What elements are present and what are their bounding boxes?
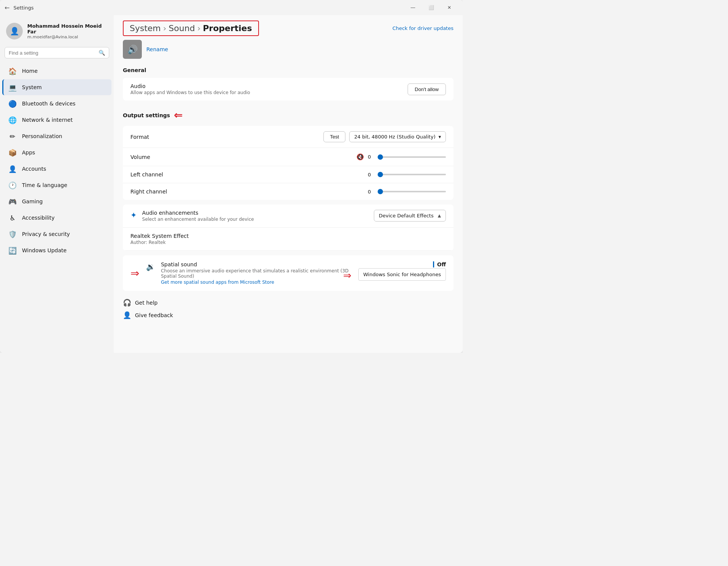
spatial-dropdown-area: Off ⇒ Windows Sonic for Headphones [358,261,446,281]
check-driver-link[interactable]: Check for driver updates [392,25,453,31]
title-bar-left: ← Settings [5,4,34,11]
audio-row: Audio Allow apps and Windows to use this… [123,78,453,101]
test-button[interactable]: Test [323,131,345,142]
sidebar: 👤 Mohammad Hossein Moeid Far m.moeidfar@… [0,15,114,353]
right-channel-row: Right channel 0 [123,183,453,200]
left-channel-thumb[interactable] [378,172,383,177]
spatial-content: Spatial sound Choose an immersive audio … [161,261,353,285]
output-label-text: Output settings [123,112,170,118]
speaker-icon: 🔊 [127,45,138,54]
right-channel-thumb[interactable] [378,189,383,194]
general-card: Audio Allow apps and Windows to use this… [123,78,453,101]
sidebar-item-privacy[interactable]: 🛡️ Privacy & security [2,226,111,242]
volume-value: 0 [368,154,374,160]
enhancement-dropdown-value: Device Default Effects [379,213,433,219]
breadcrumb-sep-2: › [197,24,201,33]
volume-row-left: Volume [130,154,356,160]
format-controls: Test 24 bit, 48000 Hz (Studio Quality) ▾ [323,131,446,142]
volume-controls: 🔇 0 [356,153,446,160]
left-channel-slider[interactable] [378,174,446,175]
chevron-up-icon: ▲ [438,213,441,218]
breadcrumb-area: System › Sound › Properties Check for dr… [114,15,463,40]
update-icon: 🔄 [8,246,17,255]
system-icon: 💻 [8,83,17,91]
sidebar-item-system-label: System [22,84,42,90]
breadcrumb-sep-1: › [163,24,166,33]
avatar: 👤 [6,23,23,39]
right-channel-controls: 0 [368,189,446,195]
sidebar-item-update-label: Windows Update [22,247,67,253]
volume-row: Volume 🔇 0 [123,148,453,166]
sidebar-item-bluetooth-label: Bluetooth & devices [22,101,75,107]
sidebar-item-personalization[interactable]: ✏️ Personalization [2,128,111,144]
maximize-button[interactable]: ⬜ [422,2,440,14]
sidebar-item-system[interactable]: 💻 System [2,79,111,95]
spatial-arrow-annotation: ⇒ [130,267,139,280]
dont-allow-button[interactable]: Don't allow [408,83,446,95]
user-info: Mohammad Hossein Moeid Far m.moeidfar@Av… [27,23,108,39]
left-channel-left: Left channel [130,171,368,178]
volume-slider[interactable] [378,156,446,158]
search-icon: 🔍 [99,50,105,56]
user-email: m.moeidfar@Avina.local [27,35,108,39]
spatial-row: ⇒ 🔉 Spatial sound Choose an immersive au… [123,255,453,291]
left-channel-title: Left channel [130,171,368,178]
sidebar-item-accounts[interactable]: 👤 Accounts [2,161,111,177]
format-title: Format [130,134,323,140]
realtek-row: Realtek System Effect Author: Realtek [123,228,453,251]
sidebar-item-accessibility[interactable]: ♿ Accessibility [2,210,111,226]
network-icon: 🌐 [8,116,17,124]
bottom-links: 🎧 Get help 👤 Give feedback [114,292,463,325]
sidebar-item-update[interactable]: 🔄 Windows Update [2,242,111,258]
rename-link[interactable]: Rename [146,46,168,52]
breadcrumb-system: System [130,24,161,33]
format-dropdown[interactable]: 24 bit, 48000 Hz (Studio Quality) ▾ [349,131,446,142]
volume-slider-thumb[interactable] [378,154,383,160]
sidebar-item-apps[interactable]: 📦 Apps [2,145,111,160]
back-icon[interactable]: ← [5,4,9,11]
audio-title: Audio [130,83,408,89]
windows-sonic-option[interactable]: Windows Sonic for Headphones [358,268,446,281]
left-channel-controls: 0 [368,172,446,178]
output-card: Format Test 24 bit, 48000 Hz (Studio Qua… [123,126,453,200]
search-box[interactable]: 🔍 [5,47,109,58]
mute-icon: 🔇 [356,153,364,160]
realtek-title: Realtek System Effect [130,233,446,239]
search-input[interactable] [9,50,96,56]
enhancement-dropdown[interactable]: Device Default Effects ▲ [374,210,446,222]
help-icon: 🎧 [123,299,131,307]
main-content: System › Sound › Properties Check for dr… [114,15,463,353]
left-channel-row: Left channel 0 [123,166,453,183]
output-arrow-annotation: ⇐ [174,109,182,121]
get-help-link[interactable]: 🎧 Get help [123,299,453,307]
format-row: Format Test 24 bit, 48000 Hz (Studio Qua… [123,126,453,148]
spatial-off-label: Off [433,261,446,267]
enhancement-icon: ✦ [130,211,137,220]
right-channel-title: Right channel [130,189,368,195]
device-icon: 🔊 [123,40,142,59]
sidebar-item-home[interactable]: 🏠 Home [2,63,111,79]
audio-row-left: Audio Allow apps and Windows to use this… [130,83,408,95]
sidebar-item-gaming[interactable]: 🎮 Gaming [2,193,111,209]
breadcrumb: System › Sound › Properties [123,20,259,36]
personalization-icon: ✏️ [8,132,17,140]
sidebar-item-bluetooth[interactable]: 🔵 Bluetooth & devices [2,96,111,112]
spatial-desc: Choose an immersive audio experience tha… [161,268,353,279]
right-channel-left: Right channel [130,189,368,195]
give-feedback-label: Give feedback [135,312,173,318]
content-area: 👤 Mohammad Hossein Moeid Far m.moeidfar@… [0,15,463,353]
sidebar-item-home-label: Home [22,68,38,74]
enhancement-title: Audio enhancements [142,210,254,216]
time-icon: 🕐 [8,181,17,189]
give-feedback-link[interactable]: 👤 Give feedback [123,311,453,319]
sidebar-item-time[interactable]: 🕐 Time & language [2,177,111,193]
sidebar-item-network[interactable]: 🌐 Network & internet [2,112,111,128]
spatial-store-link[interactable]: Get more spatial sound apps from Microso… [161,280,274,285]
minimize-button[interactable]: — [404,2,422,14]
sidebar-item-accessibility-label: Accessibility [22,215,55,221]
device-header-row: 🔊 Rename [114,40,463,64]
title-bar-controls: — ⬜ ✕ [404,2,458,14]
breadcrumb-sound: Sound [169,24,195,33]
close-button[interactable]: ✕ [441,2,458,14]
right-channel-slider[interactable] [378,191,446,192]
